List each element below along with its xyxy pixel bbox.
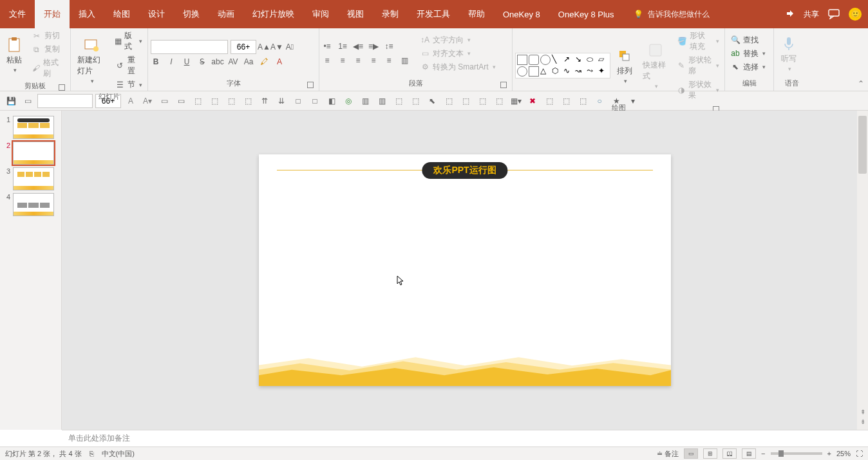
tab-animation[interactable]: 动画: [209, 0, 243, 28]
qat-b16[interactable]: ▥: [375, 94, 389, 108]
sorter-view-button[interactable]: ⊞: [703, 448, 717, 459]
slide-title[interactable]: 欢乐PPT运行图: [422, 162, 507, 179]
strikethrough-button[interactable]: S̶: [197, 57, 207, 67]
qat-btn-2[interactable]: ▭: [21, 94, 35, 108]
decrease-font-icon[interactable]: A▼: [272, 42, 282, 52]
qat-b13[interactable]: ◧: [325, 94, 339, 108]
vertical-scrollbar[interactable]: [857, 111, 868, 430]
notes-toggle[interactable]: ≐ 备注: [657, 449, 679, 459]
tab-file[interactable]: 文件: [0, 0, 35, 28]
qat-b5[interactable]: ⬚: [191, 94, 205, 108]
comments-icon[interactable]: [828, 8, 840, 20]
slide-counter[interactable]: 幻灯片 第 2 张， 共 4 张: [5, 449, 82, 459]
layout-button[interactable]: ▦版式: [112, 30, 145, 53]
tab-onekey8[interactable]: OneKey 8: [494, 0, 549, 28]
replace-button[interactable]: ab替换: [728, 48, 768, 60]
qat-b22[interactable]: ⬚: [475, 94, 489, 108]
next-slide-button[interactable]: ⇟: [860, 418, 865, 425]
thumb-row-1[interactable]: 1: [0, 115, 61, 140]
select-button[interactable]: ⬉选择: [728, 61, 768, 73]
zoom-percent[interactable]: 25%: [836, 450, 851, 457]
font-family-combo[interactable]: [151, 40, 228, 54]
font-color-button[interactable]: A: [274, 57, 285, 67]
scrollbar-thumb[interactable]: [858, 116, 867, 174]
qat-b8[interactable]: ⬚: [241, 94, 255, 108]
qat-b18[interactable]: ⬚: [408, 94, 422, 108]
align-right-button[interactable]: ≡: [353, 55, 363, 66]
tab-transition[interactable]: 切换: [174, 0, 209, 28]
qat-b4[interactable]: ▭: [174, 94, 188, 108]
paragraph-launcher[interactable]: [500, 82, 507, 88]
tab-record[interactable]: 录制: [373, 0, 408, 28]
columns-button[interactable]: ▥: [399, 55, 410, 66]
qat-b20[interactable]: ⬚: [442, 94, 456, 108]
collapse-ribbon-button[interactable]: ⌃: [858, 79, 864, 88]
reset-button[interactable]: ↺重置: [112, 54, 145, 77]
slide-canvas-area[interactable]: 欢乐PPT运行图 ⇞ ⇟: [62, 111, 868, 430]
new-slide-button[interactable]: 新建幻灯片: [73, 35, 109, 86]
decrease-indent-button[interactable]: ◀≡: [353, 41, 363, 51]
tab-help[interactable]: 帮助: [459, 0, 494, 28]
qat-b6[interactable]: ⬚: [207, 94, 222, 108]
qat-b10[interactable]: ⇊: [274, 94, 288, 108]
shape-fill-button[interactable]: 🪣形状填充: [675, 30, 722, 53]
shape-effects-button[interactable]: ◑形状效果: [675, 78, 722, 102]
arrange-button[interactable]: 排列: [613, 46, 636, 86]
section-button[interactable]: ☰节: [112, 78, 145, 91]
italic-button[interactable]: I: [166, 57, 176, 67]
tab-review[interactable]: 审阅: [303, 0, 338, 28]
cut-button[interactable]: ✂剪切: [29, 30, 68, 42]
feedback-smiley-icon[interactable]: 🙂: [849, 8, 862, 21]
slide-canvas[interactable]: 欢乐PPT运行图: [259, 154, 671, 386]
convert-smartart-button[interactable]: ⚙转换为 SmartArt: [417, 61, 498, 73]
bullets-button[interactable]: •≡: [322, 41, 332, 51]
tab-insert[interactable]: 插入: [70, 0, 104, 28]
line-spacing-button[interactable]: ↕≡: [384, 41, 394, 51]
copy-button[interactable]: ⧉复制: [29, 43, 68, 55]
qat-b11[interactable]: □: [291, 94, 305, 108]
text-direction-button[interactable]: ↕A文字方向: [417, 34, 498, 46]
share-button[interactable]: 共享: [804, 9, 819, 20]
qat-b12[interactable]: □: [308, 94, 322, 108]
tab-onekey8plus[interactable]: OneKey 8 Plus: [549, 0, 623, 28]
font-launcher[interactable]: [307, 82, 314, 88]
distribute-button[interactable]: ≡: [384, 55, 394, 66]
increase-font-icon[interactable]: A▲: [259, 42, 269, 52]
highlight-button[interactable]: 🖍: [259, 57, 269, 67]
tab-home[interactable]: 开始: [35, 0, 70, 28]
numbering-button[interactable]: 1≡: [337, 41, 348, 51]
slideshow-view-button[interactable]: ▤: [742, 448, 756, 459]
clipboard-launcher[interactable]: [59, 84, 65, 91]
change-case-button[interactable]: Aa: [243, 57, 254, 67]
increase-indent-button[interactable]: ≡▶: [368, 41, 379, 51]
qat-b19[interactable]: ⬉: [425, 94, 439, 108]
normal-view-button[interactable]: ▭: [684, 448, 698, 459]
zoom-in-button[interactable]: +: [827, 450, 831, 457]
qat-b9[interactable]: ⇈: [258, 94, 272, 108]
align-text-button[interactable]: ▭对齐文本: [417, 48, 498, 60]
thumb-row-2[interactable]: 2: [0, 140, 61, 166]
paste-button[interactable]: 粘贴: [3, 35, 26, 75]
tab-draw[interactable]: 绘图: [104, 0, 139, 28]
qat-b7[interactable]: ⬚: [224, 94, 238, 108]
font-size-combo[interactable]: 66+: [231, 40, 256, 54]
prev-slide-button[interactable]: ⇞: [860, 409, 865, 416]
zoom-out-button[interactable]: −: [761, 450, 765, 457]
find-button[interactable]: 🔍查找: [728, 34, 768, 46]
tab-view[interactable]: 视图: [338, 0, 373, 28]
tab-design[interactable]: 设计: [139, 0, 174, 28]
bold-button[interactable]: B: [151, 57, 161, 67]
tab-developer[interactable]: 开发工具: [408, 0, 459, 28]
qat-b3[interactable]: ▭: [157, 94, 171, 108]
char-spacing-button[interactable]: AV: [228, 57, 238, 67]
quick-styles-button[interactable]: 快速样式: [639, 41, 672, 91]
spellcheck-icon[interactable]: ⎘: [90, 450, 94, 457]
justify-button[interactable]: ≡: [368, 55, 379, 66]
thumb-row-3[interactable]: 3: [0, 166, 61, 192]
align-center-button[interactable]: ≡: [337, 55, 348, 66]
underline-button[interactable]: U: [182, 57, 192, 67]
qat-b17[interactable]: ⬚: [392, 94, 406, 108]
clear-formatting-icon[interactable]: A⃠: [285, 42, 295, 52]
thumb-row-4[interactable]: 4: [0, 192, 61, 217]
fit-window-button[interactable]: ⛶: [856, 450, 863, 457]
